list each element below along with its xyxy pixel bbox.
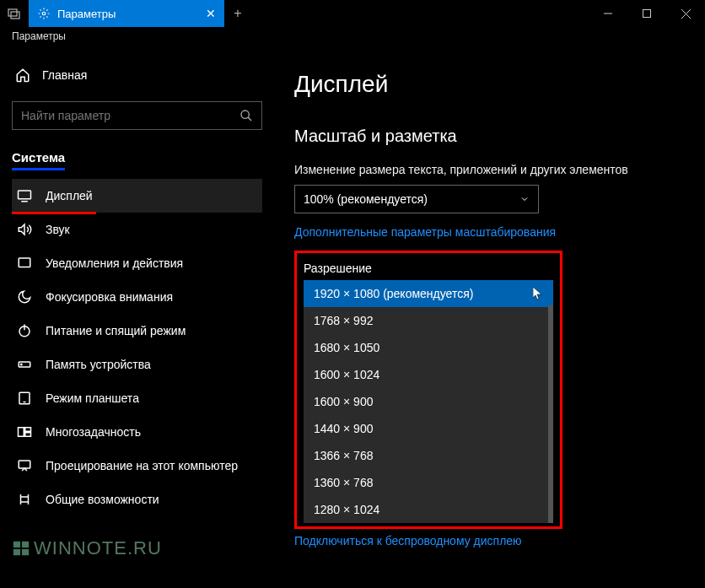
task-view-icon[interactable] xyxy=(0,0,29,27)
svg-rect-0 xyxy=(8,9,17,16)
resolution-option[interactable]: 1680 × 1050 xyxy=(304,334,553,361)
close-tab-icon[interactable]: ✕ xyxy=(206,7,216,20)
gear-icon xyxy=(37,7,51,20)
search-input[interactable] xyxy=(21,109,239,122)
svg-rect-9 xyxy=(19,191,31,199)
nav-label: Режим планшета xyxy=(46,391,139,405)
notification-icon xyxy=(17,256,32,271)
nav-display[interactable]: Дисплей xyxy=(12,179,262,213)
svg-rect-12 xyxy=(19,258,30,267)
storage-icon xyxy=(17,357,32,372)
nav-label: Звук xyxy=(46,223,70,236)
nav-label: Дисплей xyxy=(46,189,93,202)
power-icon xyxy=(17,323,32,338)
svg-line-8 xyxy=(248,117,251,121)
scale-label: Изменение размера текста, приложений и д… xyxy=(294,163,688,176)
nav-focus[interactable]: Фокусировка внимания xyxy=(12,280,262,314)
nav-tablet[interactable]: Режим планшета xyxy=(12,381,262,415)
resolution-option[interactable]: 1360 × 768 xyxy=(304,469,553,496)
nav-list: Дисплей Звук Уведомления и действия Фоку… xyxy=(12,179,262,516)
svg-rect-22 xyxy=(19,461,30,468)
home-icon xyxy=(15,67,30,83)
watermark: WINNOTE.RU xyxy=(12,537,162,559)
maximize-button[interactable] xyxy=(627,0,666,27)
nav-shared[interactable]: Общие возможности xyxy=(12,483,262,516)
svg-rect-1 xyxy=(11,12,19,19)
nav-notifications[interactable]: Уведомления и действия xyxy=(12,246,262,280)
home-link[interactable]: Главная xyxy=(12,61,262,89)
svg-rect-24 xyxy=(22,542,29,548)
resolution-option[interactable]: 1768 × 992 xyxy=(304,307,553,334)
new-tab-button[interactable]: + xyxy=(224,0,251,27)
wireless-display-link[interactable]: Подключиться к беспроводному дисплею xyxy=(294,534,688,548)
nav-projecting[interactable]: Проецирование на этот компьютер xyxy=(12,449,262,483)
nav-label: Уведомления и действия xyxy=(46,256,183,270)
app-label: Параметры xyxy=(0,27,705,51)
resolution-option[interactable]: 1440 × 900 xyxy=(304,415,553,442)
cursor-icon xyxy=(533,287,543,300)
shared-icon xyxy=(17,492,32,507)
home-label: Главная xyxy=(42,68,87,82)
multitask-icon xyxy=(17,424,32,440)
svg-rect-19 xyxy=(19,428,24,437)
svg-rect-23 xyxy=(13,542,20,548)
nav-label: Фокусировка внимания xyxy=(46,290,173,304)
sidebar: Главная Система Дисплей Звук Уведомления… xyxy=(0,51,274,588)
page-title: Дисплей xyxy=(294,71,688,98)
resolution-dropdown-list[interactable]: 1920 × 1080 (рекомендуется) 1768 × 992 1… xyxy=(304,280,553,523)
window-controls xyxy=(589,0,705,27)
minimize-button[interactable] xyxy=(589,0,627,27)
nav-label: Питание и спящий режим xyxy=(46,324,186,337)
resolution-option[interactable]: 1366 × 768 xyxy=(304,442,553,469)
scale-heading: Масштаб и разметка xyxy=(294,127,688,146)
nav-sound[interactable]: Звук xyxy=(12,213,262,246)
search-box[interactable] xyxy=(12,101,262,130)
svg-rect-20 xyxy=(25,428,31,432)
moon-icon xyxy=(17,289,32,305)
scale-value: 100% (рекомендуется) xyxy=(304,192,428,206)
resolution-option[interactable]: 1600 × 900 xyxy=(304,388,553,415)
chevron-down-icon xyxy=(519,194,530,204)
nav-label: Общие возможности xyxy=(46,493,159,506)
nav-label: Проецирование на этот компьютер xyxy=(46,459,238,472)
search-icon xyxy=(239,109,253,122)
svg-point-2 xyxy=(42,12,46,15)
scale-dropdown[interactable]: 100% (рекомендуется) xyxy=(294,185,539,213)
windows-logo-icon xyxy=(12,539,30,558)
display-icon xyxy=(17,188,32,203)
resolution-option[interactable]: 1920 × 1080 (рекомендуется) xyxy=(304,280,553,307)
tab-label: Параметры xyxy=(57,8,116,20)
section-label: Система xyxy=(12,147,65,170)
svg-rect-4 xyxy=(643,10,651,18)
nav-label: Память устройства xyxy=(46,358,151,371)
scrollbar[interactable] xyxy=(548,305,553,523)
tablet-icon xyxy=(17,391,32,406)
svg-rect-21 xyxy=(25,433,31,437)
nav-label: Многозадачность xyxy=(46,425,141,439)
nav-storage[interactable]: Память устройства xyxy=(12,348,262,381)
svg-point-16 xyxy=(21,364,23,365)
sound-icon xyxy=(17,222,32,237)
svg-rect-26 xyxy=(22,549,29,555)
nav-power[interactable]: Питание и спящий режим xyxy=(12,314,262,348)
resolution-option[interactable]: 1280 × 1024 xyxy=(304,496,553,523)
svg-marker-11 xyxy=(19,224,24,235)
settings-tab[interactable]: Параметры ✕ xyxy=(29,0,224,27)
close-button[interactable] xyxy=(666,0,705,27)
project-icon xyxy=(17,458,32,473)
content: Дисплей Масштаб и разметка Изменение раз… xyxy=(274,51,705,588)
nav-multitask[interactable]: Многозадачность xyxy=(12,415,262,449)
resolution-option[interactable]: 1600 × 1024 xyxy=(304,361,553,388)
svg-point-7 xyxy=(241,111,249,118)
resolution-label: Разрешение xyxy=(304,262,553,275)
titlebar: Параметры ✕ + xyxy=(0,0,705,27)
resolution-box: Разрешение 1920 × 1080 (рекомендуется) 1… xyxy=(294,251,562,529)
svg-rect-25 xyxy=(13,549,20,555)
advanced-scaling-link[interactable]: Дополнительные параметры масштабирования xyxy=(294,225,688,239)
